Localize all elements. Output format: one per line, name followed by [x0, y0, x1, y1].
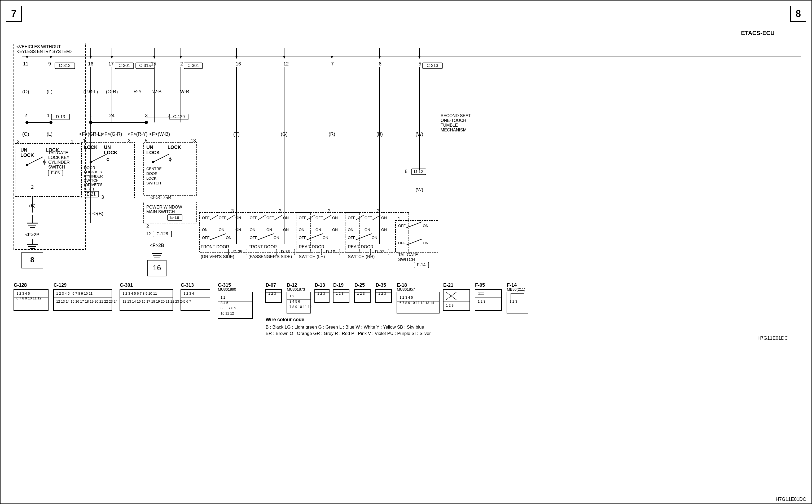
svg-text:LOCK KEY: LOCK KEY	[48, 155, 69, 160]
svg-text:ON: ON	[202, 228, 207, 232]
svg-marker-147	[331, 56, 333, 59]
svg-text:LOCK: LOCK	[20, 153, 34, 158]
svg-text:(R): (R)	[329, 131, 335, 137]
svg-text:UN: UN	[20, 147, 27, 153]
svg-text:(L): (L)	[47, 131, 52, 137]
svg-text:C-129: C-129	[54, 282, 67, 288]
svg-text:C-128: C-128	[156, 232, 168, 236]
svg-text:W-B: W-B	[180, 89, 189, 94]
svg-text:(W): (W)	[416, 131, 424, 137]
svg-text:C-315: C-315	[218, 282, 231, 288]
svg-text:(O): (O)	[22, 89, 29, 94]
svg-marker-66	[153, 56, 155, 59]
svg-marker-157	[418, 56, 421, 59]
svg-text:ONE-TOUCH: ONE-TOUCH	[441, 118, 466, 123]
svg-line-232	[356, 234, 372, 240]
svg-text:5: 5	[419, 61, 421, 67]
svg-text:ON: ON	[381, 216, 387, 220]
svg-text:OFF: OFF	[202, 216, 209, 220]
svg-text:(DRIVER'S SIDE): (DRIVER'S SIDE)	[201, 254, 234, 259]
svg-text:DOOR: DOOR	[84, 166, 95, 170]
svg-text:MB80(211): MB80(211)	[507, 287, 525, 291]
svg-text:ON: ON	[219, 228, 224, 232]
svg-text:24: 24	[109, 113, 114, 118]
svg-text:(Y): (Y)	[233, 131, 240, 137]
svg-text:SWITCH (LH): SWITCH (LH)	[299, 254, 325, 259]
svg-text:D-12: D-12	[287, 282, 297, 288]
svg-text:16: 16	[236, 61, 241, 67]
svg-text:5  6  7: 5 6 7	[183, 299, 191, 303]
svg-text:SWITCH: SWITCH	[398, 257, 415, 262]
svg-line-190	[258, 215, 266, 220]
svg-text:MU801873: MU801873	[287, 287, 305, 291]
svg-line-109	[153, 154, 169, 162]
svg-text:1  2  3  4: 1 2 3 4	[183, 291, 194, 295]
svg-line-175	[227, 215, 235, 220]
svg-text:<F>(G-R): <F>(G-R)	[101, 131, 122, 137]
svg-text:OFF: OFF	[364, 216, 372, 220]
svg-text:FRONT DOOR: FRONT DOOR	[201, 245, 229, 249]
svg-line-192	[274, 215, 282, 220]
svg-text:D-35: D-35	[281, 250, 290, 254]
svg-text:UN: UN	[146, 145, 153, 150]
svg-text:<F>0.75B: <F>0.75B	[150, 195, 171, 200]
svg-text:CYLINDER: CYLINDER	[84, 174, 103, 178]
svg-text:CYLINDER: CYLINDER	[48, 160, 70, 165]
svg-line-198	[258, 234, 273, 240]
svg-point-89	[90, 161, 92, 163]
svg-text:8: 8	[379, 61, 381, 67]
svg-text:1  2  3: 1 2 3	[446, 303, 454, 307]
svg-text:KEYLESS ENTRY SYSTEM>: KEYLESS ENTRY SYSTEM>	[16, 49, 72, 54]
svg-text:12 13 14 15 16 17 18 19 20 21 : 12 13 14 15 16 17 18 19 20 21 22 23 24	[56, 299, 117, 303]
svg-text:OFF: OFF	[250, 216, 257, 220]
svg-text:MU801890: MU801890	[218, 287, 236, 291]
svg-line-173	[210, 215, 218, 220]
svg-text:1: 1	[89, 113, 92, 118]
svg-text:LOCK: LOCK	[146, 176, 157, 180]
svg-line-215	[307, 234, 322, 240]
svg-text:OFF: OFF	[250, 236, 257, 240]
svg-text:12 13 14 15 16 17 18 19 20 21 : 12 13 14 15 16 17 18 19 20 21 22 23 24	[122, 299, 184, 303]
svg-text:TAILGATE: TAILGATE	[398, 253, 418, 257]
svg-line-209	[323, 215, 331, 220]
svg-text:OFF: OFF	[348, 216, 355, 220]
svg-text:C-128: C-128	[14, 282, 27, 288]
svg-text:3: 3	[377, 208, 379, 214]
svg-line-226	[372, 215, 380, 220]
svg-text:LOCK KEY: LOCK KEY	[84, 170, 103, 174]
svg-text:LOCK: LOCK	[167, 145, 181, 150]
svg-line-27	[27, 157, 43, 165]
page-container: 7 8 ETACS-ECU <VEHICLES WITHOUT KEYLESS …	[0, 0, 812, 504]
svg-text:ON: ON	[250, 228, 255, 232]
svg-text:1  2  3: 1 2 3	[478, 299, 486, 303]
svg-text:(O): (O)	[22, 131, 29, 137]
svg-text:<F>2B: <F>2B	[150, 243, 164, 248]
svg-text:(L): (L)	[47, 89, 52, 94]
svg-text:C-129: C-129	[173, 114, 185, 119]
svg-text:(PASSENGER'S SIDE): (PASSENGER'S SIDE)	[248, 254, 292, 259]
svg-text:8: 8	[405, 169, 408, 174]
svg-text:D-25: D-25	[354, 282, 365, 288]
svg-text:11: 11	[23, 61, 28, 67]
svg-text:UN: UN	[104, 145, 111, 150]
svg-text:(DRIVER'S: (DRIVER'S	[84, 183, 103, 187]
svg-text:D-13: D-13	[56, 114, 65, 119]
svg-text:C-301: C-301	[118, 63, 130, 68]
svg-text:ON: ON	[315, 228, 321, 232]
svg-text:ON: ON	[381, 228, 387, 232]
svg-text:E-18: E-18	[397, 282, 407, 288]
svg-text:6: 6	[220, 306, 222, 310]
svg-text:C-313: C-313	[181, 282, 194, 288]
svg-text:ON: ON	[423, 241, 429, 245]
svg-text:7  8  9: 7 8 9	[228, 306, 236, 310]
svg-text:6  7  8  9  10 11 12: 6 7 8 9 10 11 12	[16, 296, 41, 300]
svg-text:(B): (B)	[29, 203, 36, 208]
svg-text:ON: ON	[235, 216, 241, 220]
svg-text:ON: ON	[235, 228, 241, 232]
svg-text:C-313: C-313	[59, 63, 70, 68]
svg-text:ON: ON	[299, 228, 304, 232]
svg-text:ON: ON	[226, 236, 231, 240]
svg-text:2: 2	[146, 224, 149, 229]
svg-text:F-14: F-14	[417, 263, 426, 267]
svg-text:OFF: OFF	[219, 216, 226, 220]
